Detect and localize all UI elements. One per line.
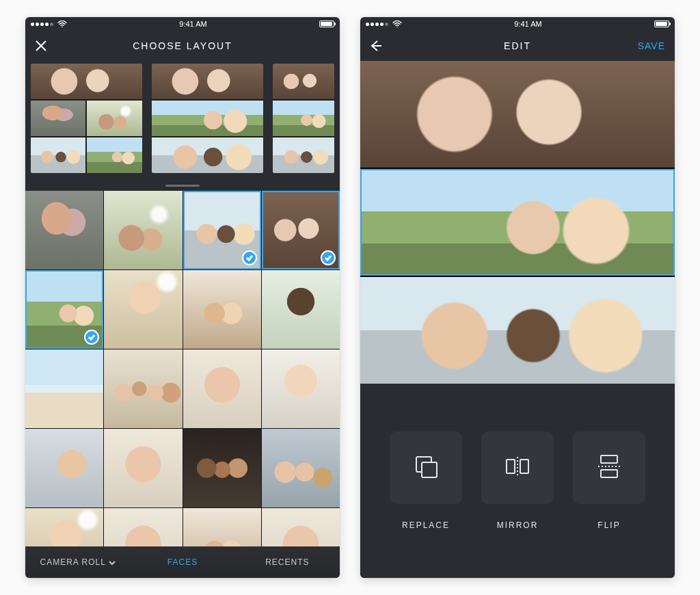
photo-thumbnail[interactable] <box>262 508 340 546</box>
edit-tools: REPLACE MIRROR FLIP <box>360 384 675 578</box>
svg-rect-1 <box>422 462 437 477</box>
layout-option-rows[interactable] <box>152 64 263 173</box>
photo-thumbnail[interactable] <box>262 429 340 507</box>
tab-faces[interactable]: FACES <box>130 546 234 578</box>
nav-bar: EDIT SAVE <box>360 31 675 61</box>
layout-scroll-indicator <box>165 185 200 187</box>
svg-rect-4 <box>520 460 528 473</box>
selected-check-icon <box>321 250 336 265</box>
svg-rect-7 <box>601 470 617 477</box>
photo-thumbnail[interactable] <box>104 191 182 269</box>
replace-button[interactable] <box>390 432 462 504</box>
source-tabbar: CAMERA ROLL FACES RECENTS <box>25 546 340 578</box>
photo-thumbnail[interactable] <box>25 429 103 507</box>
photo-thumbnail[interactable] <box>262 270 340 349</box>
layout-picker[interactable] <box>25 61 340 191</box>
photo-thumbnail[interactable] <box>25 191 103 269</box>
status-time: 9:41 AM <box>179 20 206 28</box>
screen-edit: 9:41 AM EDIT SAVE <box>360 17 675 578</box>
close-icon <box>35 40 47 52</box>
battery-icon <box>654 21 669 27</box>
photo-thumbnail[interactable] <box>104 270 182 349</box>
back-button[interactable] <box>360 31 392 61</box>
tab-label: FACES <box>167 557 198 567</box>
photo-grid[interactable] <box>25 191 340 546</box>
photo-thumbnail[interactable] <box>183 508 261 546</box>
save-button[interactable]: SAVE <box>628 31 675 61</box>
edit-canvas[interactable] <box>360 61 675 384</box>
layout-option-rows-narrow[interactable] <box>273 64 334 173</box>
photo-thumbnail[interactable] <box>104 508 182 546</box>
flip-icon <box>594 451 624 484</box>
collage-strip[interactable] <box>360 277 675 384</box>
close-button[interactable] <box>25 31 57 61</box>
collage-strip[interactable] <box>360 61 675 168</box>
signal-dots-icon <box>31 23 53 26</box>
photo-thumbnail[interactable] <box>104 349 182 428</box>
tab-recents[interactable]: RECENTS <box>235 546 340 578</box>
resize-handle[interactable] <box>496 274 539 276</box>
svg-rect-2 <box>507 460 515 473</box>
status-time: 9:41 AM <box>514 20 541 28</box>
battery-icon <box>319 21 334 27</box>
photo-thumbnail[interactable] <box>25 508 103 546</box>
back-arrow-icon <box>370 40 382 52</box>
photo-thumbnail[interactable] <box>25 349 103 428</box>
tab-label: CAMERA ROLL <box>40 557 105 567</box>
replace-label: REPLACE <box>390 520 462 530</box>
screen-choose-layout: 9:41 AM CHOOSE LAYOUT <box>25 17 340 578</box>
flip-label: FLIP <box>573 520 645 530</box>
photo-thumbnail[interactable] <box>262 191 340 269</box>
nav-title: EDIT <box>504 40 531 51</box>
collage-strip[interactable] <box>360 169 675 276</box>
svg-rect-5 <box>601 455 617 463</box>
layout-option-grid[interactable] <box>31 64 142 173</box>
nav-bar: CHOOSE LAYOUT <box>25 31 340 61</box>
photo-thumbnail[interactable] <box>262 349 340 428</box>
photo-thumbnail[interactable] <box>25 270 103 349</box>
resize-handle[interactable] <box>496 169 539 170</box>
selected-check-icon <box>242 250 257 265</box>
mirror-icon <box>502 451 533 484</box>
photo-thumbnail[interactable] <box>104 429 182 507</box>
mirror-button[interactable] <box>481 432 554 504</box>
tab-label: RECENTS <box>265 557 309 567</box>
signal-dots-icon <box>366 23 388 26</box>
photo-thumbnail[interactable] <box>183 349 261 428</box>
flip-button[interactable] <box>573 432 645 504</box>
status-bar: 9:41 AM <box>360 17 675 31</box>
photo-thumbnail[interactable] <box>183 270 261 349</box>
wifi-icon <box>57 21 67 27</box>
chevron-down-icon <box>109 559 116 566</box>
save-label: SAVE <box>638 40 665 51</box>
status-bar: 9:41 AM <box>25 17 340 31</box>
replace-icon <box>411 451 441 484</box>
photo-thumbnail[interactable] <box>183 429 261 507</box>
mirror-label: MIRROR <box>481 520 554 530</box>
tab-camera-roll[interactable]: CAMERA ROLL <box>25 546 130 578</box>
nav-title: CHOOSE LAYOUT <box>133 40 232 51</box>
wifi-icon <box>392 21 402 27</box>
photo-thumbnail[interactable] <box>183 191 261 269</box>
